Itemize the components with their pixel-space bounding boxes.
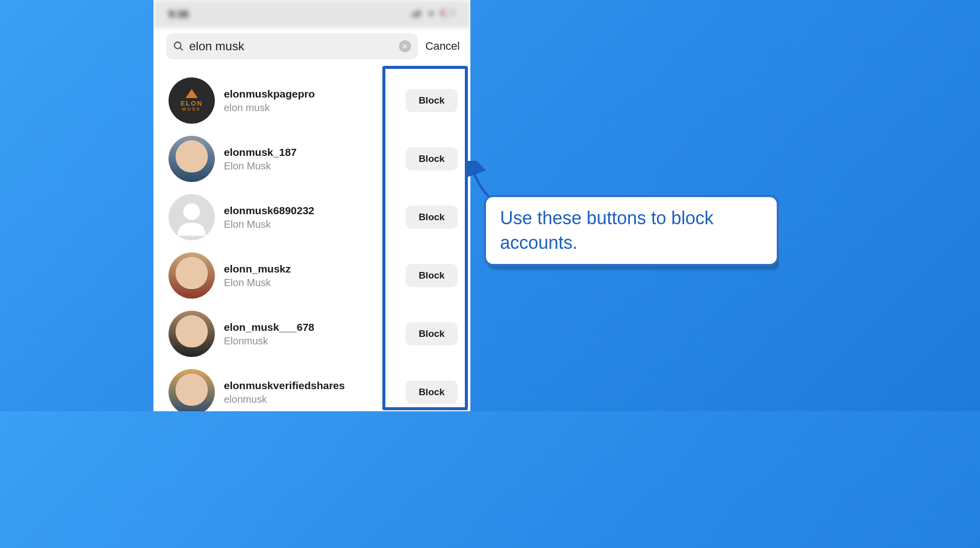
phone-screen: 9:36 Cancel ELONMUSK elonmuskp xyxy=(153,0,470,411)
user-info: elon_musk___678 Elonmusk xyxy=(224,321,396,347)
username: elonn_muskz xyxy=(224,263,396,275)
avatar xyxy=(169,136,215,182)
user-info: elonmuskverifiedshares elonmusk xyxy=(224,380,396,405)
svg-rect-2 xyxy=(416,12,418,17)
status-bar: 9:36 xyxy=(153,0,470,28)
search-box[interactable] xyxy=(166,33,418,59)
display-name: Elon Musk xyxy=(224,219,396,230)
search-row: Cancel xyxy=(153,28,470,66)
svg-rect-6 xyxy=(441,11,444,15)
cancel-button[interactable]: Cancel xyxy=(426,40,463,53)
block-button[interactable]: Block xyxy=(405,89,458,112)
display-name: Elonmusk xyxy=(224,335,396,347)
display-name: Elon Musk xyxy=(224,160,396,172)
result-row[interactable]: elonmuskverifiedshares elonmusk Block xyxy=(153,363,470,411)
avatar xyxy=(169,369,215,411)
svg-rect-1 xyxy=(414,13,415,17)
user-info: elonmusk6890232 Elon Musk xyxy=(224,205,396,230)
username: elonmuskverifiedshares xyxy=(224,380,396,392)
search-results: ELONMUSK elonmuskpagepro elon musk Block… xyxy=(153,66,470,411)
avatar-placeholder xyxy=(169,194,215,240)
user-info: elonn_muskz Elon Musk xyxy=(224,263,396,289)
username: elonmusk6890232 xyxy=(224,205,396,217)
result-row[interactable]: elonn_muskz Elon Musk Block xyxy=(153,246,470,305)
svg-point-9 xyxy=(183,203,200,220)
block-button[interactable]: Block xyxy=(405,206,458,229)
result-row[interactable]: elonmusk_187 Elon Musk Block xyxy=(153,130,470,188)
status-time: 9:36 xyxy=(169,9,189,20)
block-button[interactable]: Block xyxy=(405,264,458,287)
result-row[interactable]: ELONMUSK elonmuskpagepro elon musk Block xyxy=(153,71,470,130)
avatar xyxy=(169,311,215,357)
user-info: elonmusk_187 Elon Musk xyxy=(224,146,396,172)
block-button[interactable]: Block xyxy=(405,147,458,170)
cellular-icon xyxy=(411,10,422,19)
display-name: elon musk xyxy=(224,102,396,114)
svg-rect-3 xyxy=(419,10,420,17)
battery-icon xyxy=(440,10,455,19)
svg-line-8 xyxy=(180,48,183,51)
display-name: Elon Musk xyxy=(224,277,396,289)
status-indicators xyxy=(411,10,455,19)
svg-rect-5 xyxy=(454,12,455,15)
callout-text: Use these buttons to block accounts. xyxy=(500,206,763,255)
annotation-callout: Use these buttons to block accounts. xyxy=(484,195,779,266)
clear-search-icon[interactable] xyxy=(399,40,411,52)
wifi-icon xyxy=(426,10,436,19)
avatar xyxy=(169,252,215,299)
username: elonmusk_187 xyxy=(224,146,396,158)
result-row[interactable]: elonmusk6890232 Elon Musk Block xyxy=(153,188,470,246)
search-icon xyxy=(173,41,184,52)
display-name: elonmusk xyxy=(224,394,396,405)
block-button[interactable]: Block xyxy=(405,322,458,345)
user-info: elonmuskpagepro elon musk xyxy=(224,88,396,114)
block-button[interactable]: Block xyxy=(405,381,458,404)
avatar: ELONMUSK xyxy=(169,77,215,124)
svg-point-7 xyxy=(175,42,181,49)
result-row[interactable]: elon_musk___678 Elonmusk Block xyxy=(153,305,470,363)
search-input[interactable] xyxy=(189,39,394,53)
svg-rect-0 xyxy=(411,15,413,17)
username: elonmuskpagepro xyxy=(224,88,396,100)
username: elon_musk___678 xyxy=(224,321,396,333)
